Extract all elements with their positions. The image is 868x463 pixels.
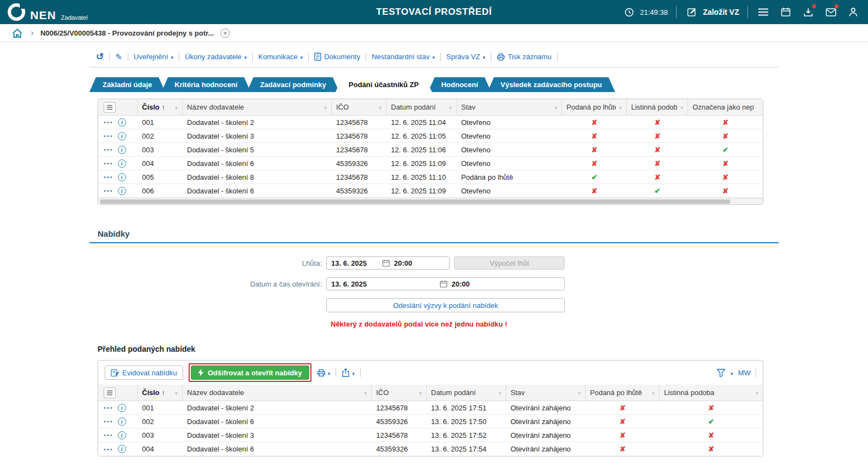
row-menu-icon[interactable] xyxy=(104,119,114,125)
col-nazev-dodavatele[interactable]: Název dodavatele xyxy=(183,99,332,115)
col-datum-podani[interactable]: Datum podání xyxy=(427,385,506,401)
odeslani-vyzvy-button[interactable]: Odeslání výzvy k podání nabídek xyxy=(326,298,565,312)
col-oznacena-jako-nepodana[interactable]: Označena jako nep xyxy=(688,99,763,115)
row-menu-icon[interactable] xyxy=(104,187,114,194)
filter-icon[interactable] xyxy=(551,103,557,111)
filter-icon[interactable] xyxy=(677,103,683,111)
table-row[interactable]: 004 Dodavatel - školení 6 45359326 12. 6… xyxy=(98,157,763,170)
vypocet-lhut-button[interactable]: Výpočet lhůt xyxy=(454,256,565,270)
row-info-icon[interactable] xyxy=(118,132,126,140)
row-menu-icon[interactable] xyxy=(104,160,114,167)
tab-podani-ucastniku-zp[interactable]: Podání účastníků ZP xyxy=(336,77,432,92)
col-listinna-podoba[interactable]: Listinná podoba xyxy=(660,385,763,401)
col-cislo[interactable]: Číslo xyxy=(138,99,183,115)
row-info-icon[interactable] xyxy=(118,431,126,439)
tab-hodnoceni[interactable]: Hodnocení xyxy=(428,77,491,92)
filter-icon[interactable] xyxy=(752,388,758,397)
calendar-icon[interactable] xyxy=(779,5,793,19)
row-menu-icon[interactable] xyxy=(104,432,114,438)
row-menu-icon[interactable] xyxy=(104,404,114,411)
row-menu-icon[interactable] xyxy=(104,146,114,153)
download-icon[interactable] xyxy=(801,5,815,19)
chevron-down-icon[interactable] xyxy=(730,369,733,377)
nen-logo[interactable]: NEN Zadavatel xyxy=(8,3,88,21)
filter-icon[interactable] xyxy=(575,388,581,397)
table-row[interactable]: 006 Dodavatel - školení 6 45359326 12. 6… xyxy=(98,184,763,198)
menu-sprava-vz[interactable]: Správa VZ xyxy=(446,53,485,61)
back-icon[interactable] xyxy=(96,51,104,62)
otevirani-date-value[interactable]: 13. 6. 2025 xyxy=(331,280,440,288)
row-menu-icon[interactable] xyxy=(104,174,114,180)
row-info-icon[interactable] xyxy=(118,445,126,453)
evidovat-nabidku-button[interactable]: Evidovat nabídku xyxy=(105,365,183,380)
row-info-icon[interactable] xyxy=(118,418,126,426)
filter-icon[interactable] xyxy=(172,388,178,397)
tab-zadavaci-podminky[interactable]: Zadávací podmínky xyxy=(247,77,339,92)
menu-tisk-zaznamu[interactable]: Tisk záznamu xyxy=(497,53,552,61)
filter-icon[interactable] xyxy=(172,103,178,111)
row-info-icon[interactable] xyxy=(118,118,126,127)
lhuta-datetime-field[interactable]: 13. 6. 2025 20:00 xyxy=(326,256,450,270)
filter-icon[interactable] xyxy=(376,103,382,111)
row-info-icon[interactable] xyxy=(118,159,126,168)
menu-icon[interactable] xyxy=(756,5,770,19)
table-row[interactable]: 004 Dodavatel - školení 6 45359326 13. 6… xyxy=(98,442,763,456)
menu-ukony-zadavatele[interactable]: Úkony zadavatele xyxy=(185,53,247,61)
user-icon[interactable] xyxy=(846,5,860,19)
tab-vysledek-zadavaciho-postupu[interactable]: Výsledek zadávacího postupu xyxy=(487,77,615,92)
scrollbar-thumb[interactable] xyxy=(100,199,730,204)
filter-icon[interactable] xyxy=(649,388,655,397)
otevirani-time-value[interactable]: 20:00 xyxy=(447,280,560,288)
table-row[interactable]: 001 Dodavatel - školení 2 12345678 12. 6… xyxy=(98,116,763,129)
row-info-icon[interactable] xyxy=(118,173,126,181)
filter-icon[interactable] xyxy=(321,103,327,111)
filter-icon[interactable] xyxy=(446,103,452,111)
column-settings-icon[interactable] xyxy=(104,102,116,113)
mail-icon[interactable] xyxy=(824,5,838,19)
filter-funnel-icon[interactable] xyxy=(717,369,725,377)
menu-komunikace[interactable]: Komunikace xyxy=(258,53,303,61)
lhuta-date-value[interactable]: 13. 6. 2025 xyxy=(331,259,382,267)
col-listinna-podoba[interactable]: Listinná podoba xyxy=(627,99,688,115)
filter-icon[interactable] xyxy=(361,388,367,397)
close-icon[interactable] xyxy=(220,28,230,38)
table-row[interactable]: 002 Dodavatel - školení 6 45359326 13. 6… xyxy=(98,415,763,428)
menu-uverejneni[interactable]: Uveřejnění xyxy=(134,53,173,61)
table-row[interactable]: 003 Dodavatel - školení 3 12345678 13. 6… xyxy=(98,428,763,442)
col-ico[interactable]: IČO xyxy=(332,99,387,115)
col-cislo[interactable]: Číslo xyxy=(138,385,183,401)
table-row[interactable]: 002 Dodavatel - školení 3 12345678 12. 6… xyxy=(98,129,763,143)
tab-kriteria-hodnoceni[interactable]: Kritéria hodnocení xyxy=(161,77,251,92)
col-stav[interactable]: Stav xyxy=(506,385,586,401)
row-menu-icon[interactable] xyxy=(104,133,114,139)
col-podana-po-lhute[interactable]: Podaná po lhůtě xyxy=(562,99,627,115)
filter-icon[interactable] xyxy=(616,103,622,111)
print-dropdown[interactable] xyxy=(317,369,331,377)
row-menu-icon[interactable] xyxy=(104,446,114,453)
row-info-icon[interactable] xyxy=(118,404,126,412)
lhuta-time-value[interactable]: 20:00 xyxy=(390,259,445,267)
column-settings-icon[interactable] xyxy=(104,387,116,398)
menu-nestandardni-stav[interactable]: Nestandardní stav xyxy=(372,53,435,61)
row-info-icon[interactable] xyxy=(118,146,126,154)
col-stav[interactable]: Stav xyxy=(457,99,562,115)
col-nazev-dodavatele[interactable]: Název dodavatele xyxy=(183,385,372,401)
breadcrumb-item[interactable]: N006/25/V00005438 - Provozování prodejny… xyxy=(41,29,214,37)
home-icon[interactable] xyxy=(10,26,24,40)
create-vz-button[interactable]: Založit VZ xyxy=(685,5,739,19)
col-podana-po-lhute[interactable]: Podaná po lhůtě xyxy=(586,385,660,401)
odsifrovat-button[interactable]: Odšifrovat a otevřít nabídky xyxy=(191,365,309,380)
mw-view-toggle[interactable]: MW xyxy=(738,369,751,377)
col-datum-podani[interactable]: Datum podání xyxy=(387,99,457,115)
export-dropdown[interactable] xyxy=(342,368,355,377)
menu-dokumenty[interactable]: Dokumenty xyxy=(314,53,360,61)
otevirani-datetime-field[interactable]: 13. 6. 2025 20:00 xyxy=(326,277,565,290)
table-row[interactable]: 003 Dodavatel - školení 5 12345678 12. 6… xyxy=(98,143,763,157)
table-row[interactable]: 005 Dodavatel - školení 8 12345678 12. 6… xyxy=(98,170,763,184)
edit-icon[interactable] xyxy=(115,52,122,62)
tab-zakladni-udaje[interactable]: Základní údaje xyxy=(89,77,165,92)
row-menu-icon[interactable] xyxy=(104,418,114,425)
col-ico[interactable]: IČO xyxy=(372,385,427,401)
table-row[interactable]: 001 Dodavatel - školení 2 12345678 13. 6… xyxy=(98,401,763,415)
filter-icon[interactable] xyxy=(495,388,501,397)
